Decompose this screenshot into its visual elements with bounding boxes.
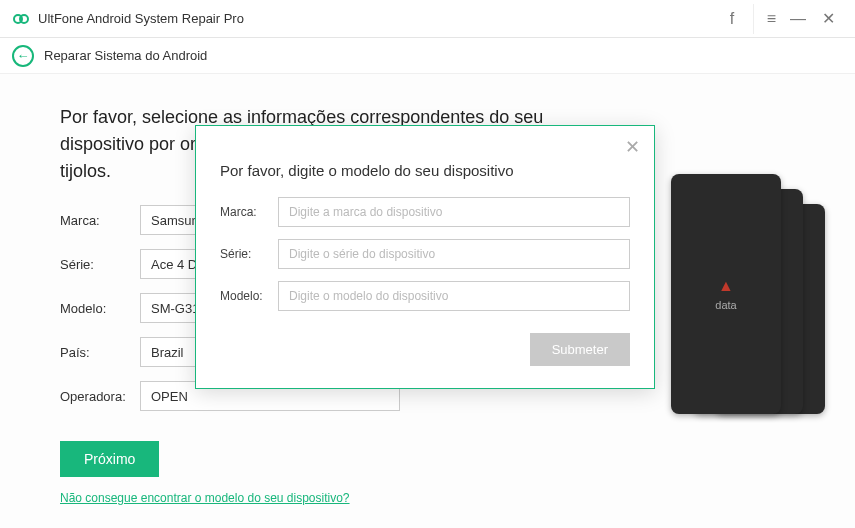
breadcrumb: ← Reparar Sistema do Android [0,38,855,74]
modal-close-icon[interactable]: ✕ [625,136,640,158]
modal-row-series: Série: [220,239,630,269]
titlebar: UltFone Android System Repair Pro f ≡ — … [0,0,855,38]
modal-input-brand[interactable] [278,197,630,227]
help-link[interactable]: Não consegue encontrar o modelo do seu d… [60,491,815,505]
back-icon[interactable]: ← [12,45,34,67]
device-model-modal: ✕ Por favor, digite o modelo do seu disp… [195,125,655,389]
phone-tag: data [715,299,736,311]
phone-illustration: ▲ data [645,174,825,454]
label-model: Modelo: [60,301,140,316]
modal-label-brand: Marca: [220,205,278,219]
warning-icon: ▲ [718,277,734,295]
label-country: País: [60,345,140,360]
modal-label-model: Modelo: [220,289,278,303]
minimize-icon[interactable]: — [783,4,813,34]
close-icon[interactable]: ✕ [813,4,843,34]
modal-row-brand: Marca: [220,197,630,227]
label-carrier: Operadora: [60,389,140,404]
label-brand: Marca: [60,213,140,228]
modal-input-model[interactable] [278,281,630,311]
select-country-value: Brazil [151,345,184,360]
app-title: UltFone Android System Repair Pro [38,11,244,26]
label-series: Série: [60,257,140,272]
breadcrumb-text: Reparar Sistema do Android [44,48,207,63]
modal-label-series: Série: [220,247,278,261]
select-carrier-value: OPEN [151,389,188,404]
facebook-icon[interactable]: f [717,4,747,34]
modal-row-model: Modelo: [220,281,630,311]
modal-submit-button[interactable]: Submeter [530,333,630,366]
next-button[interactable]: Próximo [60,441,159,477]
phone-card: ▲ data [671,174,781,414]
modal-title: Por favor, digite o modelo do seu dispos… [220,162,630,179]
app-logo-icon [12,10,30,28]
modal-input-series[interactable] [278,239,630,269]
menu-icon[interactable]: ≡ [753,4,783,34]
